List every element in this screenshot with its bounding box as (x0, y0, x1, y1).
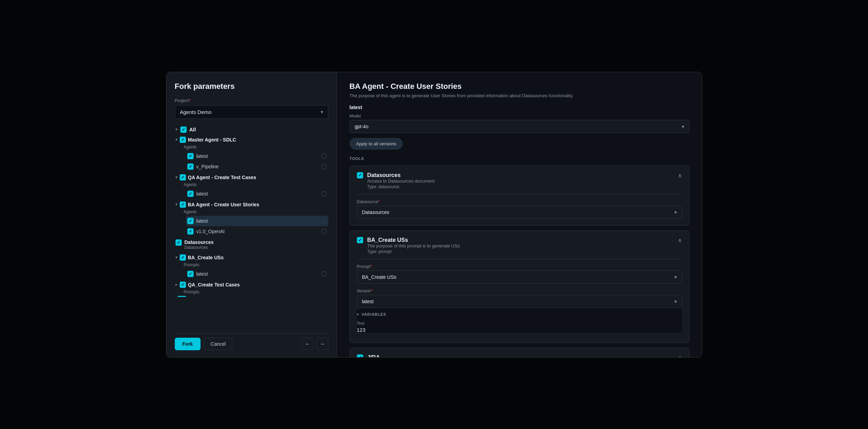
var-test-value: 123 (357, 327, 682, 333)
qa-create-header[interactable]: ▸ QA_Create Test Cases (175, 280, 328, 290)
prompt-field-dropdown[interactable]: BA_Create USs ▾ (357, 270, 682, 284)
tree-section-ba-agent: ▾ BA Agent - Create User Stories Agents … (175, 200, 328, 237)
ba-agent-children: latest v1.0_OpenAI (175, 216, 328, 237)
master-latest-checkbox[interactable] (187, 153, 194, 159)
datasource-field-dropdown[interactable]: Datasources ▾ (357, 206, 682, 219)
ba-agent-checkbox[interactable] (180, 201, 186, 208)
ba-uss-latest-checkbox[interactable] (187, 271, 194, 277)
right-panel: BA Agent - Create User Stories The purpo… (337, 72, 702, 357)
tree-section-ba-create-uss: ▾ BA_Create USs Prompts latest (175, 253, 328, 279)
fork-button[interactable]: Fork (175, 338, 201, 350)
master-agent-header[interactable]: ▾ Master Agent - SDLC (175, 135, 328, 145)
tool-jira-header: JIRA JIRA Type: jira ∧ (357, 354, 682, 357)
collapse-icon[interactable]: ∧ (678, 237, 682, 244)
master-vpipeline-checkbox[interactable] (187, 163, 194, 170)
master-vpipeline-radio[interactable] (321, 164, 327, 169)
datasources-tool-checkbox[interactable] (357, 172, 363, 178)
prev-arrow[interactable]: ← (302, 338, 314, 350)
master-agent-checkbox[interactable] (180, 137, 186, 143)
next-arrow[interactable]: → (316, 338, 328, 350)
jira-tool-checkbox[interactable] (357, 354, 363, 357)
variables-header[interactable]: ▾ VARIABLES (357, 312, 682, 317)
progress-indicator (178, 296, 186, 297)
tool-card-ba-create-uss: BA_Create USs The purpose of this prompt… (350, 230, 689, 343)
ba-create-uss-children: latest (175, 269, 328, 279)
model-field-row: Model gpt-4o ▾ (350, 114, 689, 133)
version-field-dropdown[interactable]: latest ▾ (357, 295, 682, 308)
ba-create-uss-tool-checkbox[interactable] (357, 237, 363, 243)
qa-latest-radio[interactable] (321, 191, 327, 197)
datasources-name: Datasources (185, 239, 214, 245)
chevron-icon: ▸ (175, 282, 178, 287)
master-latest-label: latest (196, 153, 319, 159)
chevron-down-icon: ▾ (682, 124, 684, 129)
divider (357, 194, 682, 194)
qa-create-checkbox[interactable] (180, 282, 186, 288)
tree-section-datasources: Datasources Datasources (175, 237, 328, 252)
all-checkbox[interactable] (180, 127, 187, 133)
chevron-icon: ▾ (175, 202, 178, 207)
chevron-down-icon: ▾ (674, 209, 677, 215)
ba-latest-label: latest (196, 218, 319, 224)
modal-overlay: Fork parameters Project* Agents Demo ▾ ▾… (0, 0, 868, 429)
master-latest-radio[interactable] (321, 153, 327, 159)
ba-create-uss-checkbox[interactable] (180, 254, 186, 261)
master-agent-name: Master Agent - SDLC (188, 137, 236, 143)
ba-create-uss-header[interactable]: ▾ BA_Create USs (175, 253, 328, 262)
tree-root-label: All (189, 127, 196, 132)
ba-create-uss-sublabel: Prompts (175, 262, 328, 267)
qa-agent-sublabel: Agents (175, 182, 328, 187)
tree-root-all[interactable]: ▾ All (175, 124, 328, 135)
master-agent-latest[interactable]: latest (186, 151, 328, 161)
tool-ba-header: BA_Create USs The purpose of this prompt… (357, 237, 682, 254)
ba-create-uss-latest[interactable]: latest (186, 269, 328, 279)
model-dropdown[interactable]: gpt-4o ▾ (350, 120, 689, 133)
ba-latest-checkbox[interactable] (187, 218, 194, 224)
datasource-field-label: Datasource* (357, 199, 682, 204)
tree-section-qa-agent: ▾ QA Agent - Create Test Cases Agents la… (175, 173, 328, 199)
qa-agent-header[interactable]: ▾ QA Agent - Create Test Cases (175, 173, 328, 182)
qa-agent-latest[interactable]: latest (186, 189, 328, 199)
project-label: Project* (175, 98, 328, 103)
master-agent-vpipeline[interactable]: v_Pipeline (186, 161, 328, 172)
version-field-label: Version* (357, 289, 682, 293)
variables-label: VARIABLES (362, 312, 386, 316)
datasources-tool-desc: Access to Datasources document (367, 178, 435, 184)
fork-modal: Fork parameters Project* Agents Demo ▾ ▾… (166, 72, 702, 358)
chevron-icon: ▾ (175, 255, 178, 260)
version-field: Version* latest ▾ (357, 289, 682, 308)
qa-latest-label: latest (196, 191, 319, 197)
qa-latest-checkbox[interactable] (187, 191, 194, 197)
chevron-down-icon: ▾ (674, 274, 677, 280)
agent-title: BA Agent - Create User Stories (350, 82, 689, 91)
ba-v10-checkbox[interactable] (187, 228, 194, 235)
tree-section-master-agent: ▾ Master Agent - SDLC Agents latest (175, 135, 328, 172)
collapse-icon[interactable]: ∧ (678, 172, 682, 179)
cancel-button[interactable]: Cancel (204, 338, 233, 350)
qa-create-name: QA_Create Test Cases (188, 282, 240, 288)
tool-card-jira: JIRA JIRA Type: jira ∧ Configuration (350, 348, 689, 357)
ba-v10-label: v1.0_OpenAI (196, 229, 319, 234)
ba-uss-latest-radio[interactable] (321, 271, 327, 277)
collapse-icon[interactable]: ∧ (678, 354, 682, 357)
prompt-field-value: BA_Create USs (362, 274, 397, 280)
ba-v10-radio[interactable] (321, 229, 327, 234)
qa-agent-checkbox[interactable] (180, 174, 186, 181)
datasources-checkbox[interactable] (175, 239, 182, 246)
datasources-tool-type: Type: datasource (367, 184, 435, 189)
master-agent-sublabel: Agents (175, 145, 328, 150)
apply-all-versions-button[interactable]: Apply to all versions (350, 138, 403, 150)
ba-latest-radio[interactable] (321, 218, 327, 224)
ba-agent-v10openai[interactable]: v1.0_OpenAI (186, 226, 328, 237)
ba-agent-latest[interactable]: latest (186, 216, 328, 226)
ba-agent-header[interactable]: ▾ BA Agent - Create User Stories (175, 200, 328, 209)
version-label: latest (350, 105, 689, 110)
tree-area: ▾ All ▾ Master Agent - SDLC Agents (175, 124, 328, 329)
master-agent-children: latest v_Pipeline (175, 151, 328, 172)
divider (357, 259, 682, 259)
datasources-row[interactable]: Datasources Datasources (175, 237, 328, 252)
qa-agent-name: QA Agent - Create Test Cases (188, 175, 256, 180)
version-field-value: latest (362, 299, 374, 304)
chevron-icon: ▾ (175, 137, 178, 142)
project-dropdown[interactable]: Agents Demo ▾ (175, 105, 328, 119)
